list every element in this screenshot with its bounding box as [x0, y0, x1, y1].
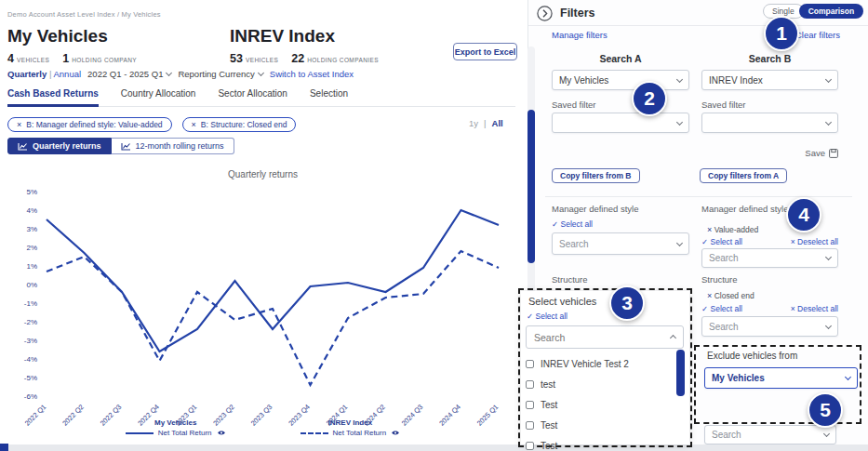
- copy-filters-from-a-button[interactable]: Copy filters from A: [700, 168, 787, 183]
- chart-legend: My Vehicles Net Total Return INREV Index…: [0, 418, 526, 437]
- vehicle-list-item[interactable]: Test: [526, 394, 673, 415]
- svg-text:-6%: -6%: [24, 392, 37, 401]
- svg-text:-3%: -3%: [24, 337, 37, 345]
- manage-filters-link[interactable]: Manage filters: [552, 30, 608, 40]
- checkbox-icon[interactable]: [526, 360, 534, 368]
- manager-style-b-deselect-all[interactable]: × Deselect all: [791, 237, 838, 246]
- vehicle-list-item[interactable]: Test: [526, 435, 673, 451]
- chevron-down-icon: [825, 254, 832, 260]
- breadcrumb[interactable]: Demo Account Asset Level Index / My Vehi…: [7, 10, 161, 19]
- search-a-select[interactable]: My Vehicles: [552, 70, 689, 90]
- annual-option[interactable]: Annual: [53, 69, 81, 79]
- manager-style-a-search-select[interactable]: Search: [552, 232, 689, 255]
- select-vehicles-search[interactable]: [526, 325, 684, 349]
- eye-icon[interactable]: [217, 430, 226, 436]
- structure-b-search-select[interactable]: Search: [701, 316, 838, 337]
- vehicle-list-item[interactable]: test: [526, 374, 673, 394]
- vehicle-list-scrollbar-thumb[interactable]: [676, 350, 685, 396]
- tab-sector-allocation[interactable]: Sector Allocation: [218, 88, 287, 100]
- manager-style-b-selected-chip[interactable]: × Value-added: [707, 225, 758, 234]
- filter-chip[interactable]: ×B: Manager defined style: Value-added: [7, 117, 172, 132]
- manager-style-b-label: Manager defined style: [701, 204, 788, 214]
- checkbox-icon[interactable]: [526, 401, 534, 409]
- svg-text:3%: 3%: [26, 225, 37, 233]
- index-vehicles-stat: 53VEHICLES: [230, 52, 278, 65]
- checkbox-icon[interactable]: [526, 380, 534, 389]
- tab-selection[interactable]: Selection: [310, 88, 348, 100]
- vehicle-list: INREV Vehicle Test 2 test Test Test Test: [526, 353, 673, 451]
- annotation-5: 5: [808, 392, 843, 428]
- index-holding-stat: 22HOLDING COMPANIES: [291, 52, 379, 65]
- chevron-down-icon: [823, 431, 830, 437]
- manager-style-a-select-all[interactable]: ✓ Select all: [552, 219, 593, 229]
- collapse-panel-icon[interactable]: [537, 6, 553, 21]
- chevron-down-icon: [825, 322, 832, 328]
- manager-style-b-select-all[interactable]: ✓ Select all: [701, 237, 742, 246]
- export-to-excel-button[interactable]: Export to Excel: [453, 43, 517, 60]
- saved-filter-a-label: Saved filter: [552, 99, 596, 110]
- structure-b-label: Structure: [701, 274, 738, 285]
- comparison-mode-button[interactable]: Comparison: [799, 4, 864, 19]
- line-chart-icon: [18, 142, 28, 151]
- checkbox-icon[interactable]: [526, 442, 534, 450]
- solid-line-sample: [126, 432, 154, 434]
- annotation-3: 3: [609, 285, 645, 321]
- clear-filters-link[interactable]: Clear filters: [795, 30, 840, 40]
- filters-title: Filters: [560, 7, 595, 20]
- quarterly-returns-chart: 5%4%3%2%1%0%-1%-2%-3%-4%-5%-6%2022 Q1202…: [0, 166, 526, 444]
- search-a-header: Search A: [552, 53, 689, 64]
- select-vehicles-search-input[interactable]: [534, 332, 646, 343]
- structure-b-deselect-all[interactable]: × Deselect all: [791, 304, 838, 313]
- structure-a-label: Structure: [552, 274, 588, 285]
- structure-b-select-all[interactable]: ✓ Select all: [701, 304, 742, 313]
- quarterly-returns-toggle[interactable]: Quarterly returns: [7, 138, 112, 154]
- svg-text:0%: 0%: [26, 281, 37, 289]
- chevron-down-icon: [845, 374, 851, 380]
- close-icon[interactable]: ×: [707, 291, 712, 300]
- svg-text:-5%: -5%: [24, 374, 37, 382]
- tab-country-allocation[interactable]: Country Allocation: [121, 88, 196, 100]
- legend-inrev-index: INREV Index Net Total Return: [300, 418, 401, 437]
- structure-b-selected-chip[interactable]: × Closed end: [707, 291, 754, 300]
- period-dropdown[interactable]: 2022 Q1 - 2025 Q1: [87, 69, 171, 79]
- range-all[interactable]: All: [492, 118, 503, 128]
- tab-bar: Cash Based Returns Country Allocation Se…: [7, 88, 515, 107]
- legend-my-vehicles: My Vehicles Net Total Return: [126, 418, 226, 437]
- saved-filter-b-select[interactable]: [701, 113, 838, 133]
- close-icon[interactable]: ×: [192, 120, 196, 129]
- range-1y[interactable]: 1y: [469, 118, 478, 128]
- footer-accent: [0, 444, 8, 451]
- reporting-currency-dropdown[interactable]: Reporting Currency: [178, 69, 262, 79]
- vehicle-list-item[interactable]: Test: [526, 415, 673, 435]
- vehicle-list-item[interactable]: INREV Vehicle Test 2: [526, 353, 673, 374]
- tab-cash-based-returns[interactable]: Cash Based Returns: [7, 88, 99, 107]
- exclude-vehicles-label: Exclude vehicles from: [707, 351, 797, 361]
- search-b-select[interactable]: INREV Index: [701, 70, 838, 90]
- eye-icon[interactable]: [391, 430, 400, 436]
- line-chart-icon: [121, 142, 131, 151]
- close-icon[interactable]: ×: [17, 120, 21, 129]
- close-icon[interactable]: ×: [707, 225, 712, 234]
- saved-filter-a-select[interactable]: [552, 113, 689, 133]
- quarterly-option[interactable]: Quarterly: [7, 69, 47, 79]
- chevron-down-icon: [166, 70, 172, 76]
- chevron-down-icon: [676, 239, 683, 245]
- bottom-search-select[interactable]: Search: [704, 425, 836, 444]
- filter-chip[interactable]: ×B: Structure: Closed end: [182, 117, 297, 132]
- rolling-returns-toggle[interactable]: 12-month rolling returns: [112, 138, 234, 154]
- copy-filters-from-b-button[interactable]: Copy filters from B: [552, 168, 640, 183]
- portfolio-holding-stat: 1HOLDING COMPANY: [62, 52, 137, 65]
- select-vehicles-select-all[interactable]: ✓ Select all: [527, 312, 568, 321]
- checkbox-icon[interactable]: [526, 421, 534, 430]
- active-filter-chips: ×B: Manager defined style: Value-added ×…: [7, 117, 296, 132]
- exclude-vehicles-select[interactable]: My Vehicles: [704, 367, 858, 389]
- manager-style-b-search-select[interactable]: Search: [701, 248, 838, 268]
- save-filter-action[interactable]: Save: [701, 148, 838, 158]
- annotation-1: 1: [764, 16, 799, 51]
- panel-scrollbar-thumb[interactable]: [527, 110, 535, 263]
- saved-filter-b-label: Saved filter: [701, 99, 746, 110]
- switch-to-asset-index-link[interactable]: Switch to Asset Index: [270, 69, 354, 79]
- svg-text:-4%: -4%: [24, 355, 37, 364]
- portfolio-title: My Vehicles: [7, 26, 137, 46]
- annotation-2: 2: [632, 81, 667, 116]
